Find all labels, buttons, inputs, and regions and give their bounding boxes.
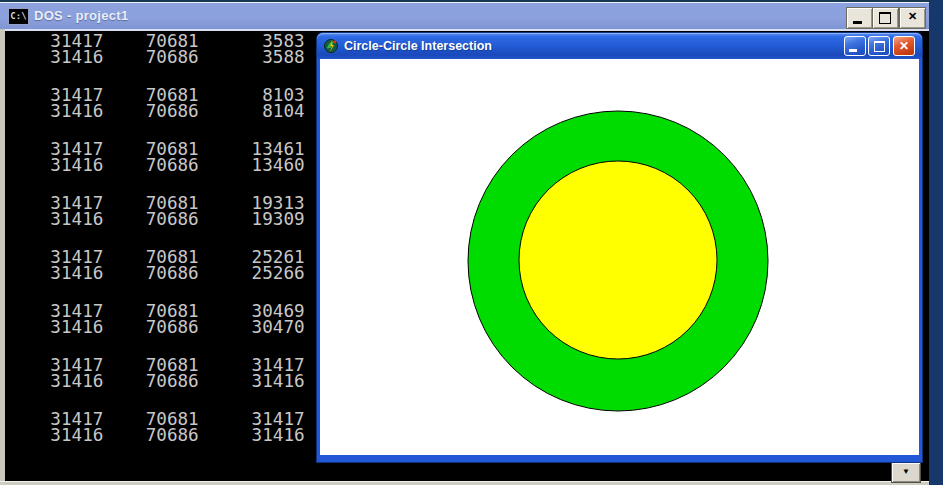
minimize-button[interactable] xyxy=(844,36,866,56)
close-button[interactable]: ✕ xyxy=(893,36,915,56)
maximize-button[interactable] xyxy=(872,7,899,29)
close-icon: ✕ xyxy=(894,39,914,53)
dos-titlebar[interactable]: C:\ DOS - project1 ✕ xyxy=(0,0,929,31)
drawing-canvas xyxy=(320,59,919,455)
close-icon: ✕ xyxy=(900,10,925,23)
maximize-icon xyxy=(879,12,891,24)
desktop: C:\ DOS - project1 ✕ 31417 70681 3583 31… xyxy=(0,0,943,485)
close-button[interactable]: ✕ xyxy=(899,7,926,29)
minimize-icon xyxy=(853,21,862,24)
ms-dos-icon: C:\ xyxy=(8,8,29,25)
maximize-icon xyxy=(874,41,885,52)
maximize-button[interactable] xyxy=(868,36,890,56)
scrollbar-down-button[interactable]: ▼ xyxy=(891,462,921,483)
chevron-down-icon: ▼ xyxy=(902,467,910,476)
circle-intersection-window: Circle-Circle Intersection ✕ xyxy=(317,33,922,462)
minimize-button[interactable] xyxy=(846,7,873,29)
minimize-icon xyxy=(849,49,857,52)
dos-window-bottom-border xyxy=(0,481,929,485)
child-titlebar[interactable]: Circle-Circle Intersection ✕ xyxy=(317,33,922,59)
child-window-title: Circle-Circle Intersection xyxy=(344,39,492,53)
inner-circle xyxy=(519,161,717,359)
circle-drawing xyxy=(320,59,919,455)
dos-window-title: DOS - project1 xyxy=(34,8,129,23)
app-icon xyxy=(323,38,339,54)
